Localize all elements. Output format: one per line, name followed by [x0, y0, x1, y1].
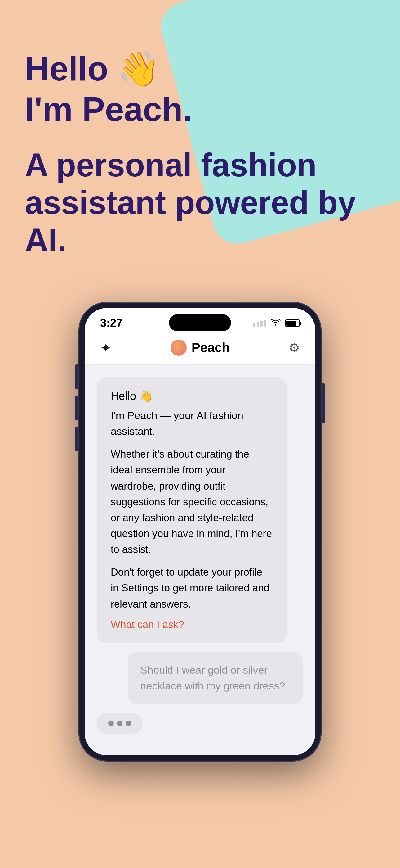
ai-cta-link[interactable]: What can I ask?: [111, 619, 273, 630]
settings-icon[interactable]: ⚙: [289, 341, 300, 355]
phone-container: 3:27: [0, 302, 400, 761]
battery-icon: [285, 319, 300, 327]
signal-icon: [253, 320, 266, 327]
peach-logo-icon: [171, 340, 187, 356]
typing-dot-1: [108, 720, 114, 726]
hero-name: I'm Peach.: [25, 90, 375, 128]
chat-content: Hello 👋 I'm Peach — your AI fashion assi…: [85, 365, 315, 749]
status-icons: [253, 318, 300, 328]
typing-dot-3: [126, 720, 131, 726]
phone-outer-frame: 3:27: [79, 302, 321, 761]
ai-body-text-2: Don't forget to update your profile in S…: [111, 564, 273, 612]
app-name-label: Peach: [192, 340, 230, 355]
phone-screen: 3:27: [85, 308, 315, 755]
ai-intro-text: I'm Peach — your AI fashion assistant.: [111, 408, 273, 439]
sparkle-icon[interactable]: ✦: [100, 340, 112, 356]
status-bar: 3:27: [85, 308, 315, 333]
hero-tagline: A personal fashion assistant powered by …: [25, 147, 375, 259]
user-message-wrap: Should I wear gold or silver necklace wi…: [97, 652, 303, 704]
nav-title-group: Peach: [171, 340, 230, 356]
ai-greeting-text: Hello 👋: [111, 390, 273, 403]
hero-greeting: Hello 👋: [25, 50, 375, 87]
hero-section: Hello 👋 I'm Peach. A personal fashion as…: [0, 0, 400, 278]
user-message-bubble: Should I wear gold or silver necklace wi…: [128, 652, 303, 704]
phone-bottom-fade: [85, 749, 315, 755]
typing-indicator: [97, 713, 142, 734]
dynamic-island: [169, 314, 231, 331]
user-message-text: Should I wear gold or silver necklace wi…: [140, 664, 285, 692]
status-time: 3:27: [100, 317, 123, 330]
ai-message-bubble: Hello 👋 I'm Peach — your AI fashion assi…: [97, 377, 287, 643]
app-navbar: ✦ Peach ⚙: [85, 333, 315, 365]
typing-dot-2: [117, 720, 123, 726]
ai-body-text-1: Whether it's about curating the ideal en…: [111, 446, 273, 557]
wifi-icon: [271, 318, 280, 328]
